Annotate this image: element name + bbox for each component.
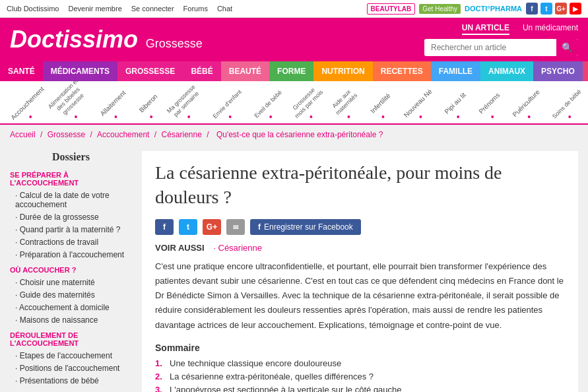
list-item: La césarienne extra-péritonéale, quelles…: [155, 372, 565, 381]
googleplus-icon[interactable]: G+: [555, 3, 567, 15]
nav-famille[interactable]: FAMILLE: [431, 61, 480, 81]
gethealthy-brand: Get Healthy: [419, 4, 461, 14]
sub-navigation: Accouchement• Alimentation etdes bibeles…: [0, 81, 588, 125]
tab-medicament[interactable]: Un médicament: [523, 23, 578, 35]
logo[interactable]: Doctissimo Grossesse: [10, 26, 203, 53]
sidebar-item-preparation[interactable]: Préparation à l'accouchement: [10, 250, 132, 259]
sub-nav-items: Accouchement• Alimentation etdes bibeles…: [7, 84, 588, 123]
breadcrumb-sep-4: /: [207, 130, 211, 139]
sommaire-link-2[interactable]: La césarienne extra-péritonéale, quelles…: [170, 372, 374, 381]
nav-psycho[interactable]: PSYCHO: [533, 61, 583, 81]
breadcrumb-sep-2: /: [90, 130, 94, 139]
breadcrumb-accueil[interactable]: Accueil: [10, 130, 36, 139]
sidebar-title: Dossiers: [10, 151, 132, 163]
nav-sante[interactable]: SANTÉ: [0, 61, 43, 81]
youtube-icon[interactable]: ▶: [570, 3, 581, 15]
subnav-pipi-au-lit[interactable]: Pipi au lit•: [441, 97, 475, 123]
subnav-biberon[interactable]: Biberon•: [134, 97, 168, 123]
logo-subtitle: Grossesse: [146, 37, 203, 50]
share-googleplus-button[interactable]: G+: [203, 219, 221, 235]
breadcrumb-current: Qu'est-ce que la césarienne extra-périto…: [216, 130, 383, 139]
nav-grossesse[interactable]: GROSSESSE: [117, 61, 183, 81]
subnav-alimentation[interactable]: Alimentation etdes bibelesgrossesse•: [54, 84, 98, 123]
voir-aussi-cesarienne-link[interactable]: · Césarienne: [213, 243, 262, 253]
nav-beaute[interactable]: BEAUTÉ: [221, 61, 269, 81]
list-item: Une technique classique encore douloureu…: [155, 358, 565, 368]
nav-animaux[interactable]: ANIMAUX: [480, 61, 533, 81]
beautylab-brand: BEAUTYLAB: [367, 3, 416, 15]
sommaire-link-3[interactable]: L'aponévrose est sectionnée à la vertica…: [170, 385, 402, 392]
search-input[interactable]: [424, 40, 556, 55]
social-icons: f t G+ ▶: [526, 3, 581, 15]
sidebar-item-contractions[interactable]: Contractions de travail: [10, 238, 132, 247]
sidebar-item-presentations[interactable]: Présentations de bébé: [10, 376, 132, 385]
club-doctissimo-link[interactable]: Club Doctissimo: [7, 5, 59, 13]
nav-bebe[interactable]: BÉBÉ: [183, 61, 220, 81]
breadcrumb-sep-1: /: [40, 130, 45, 139]
sidebar-item-calcul[interactable]: Calcul de la date de votre accouchement: [10, 191, 132, 209]
breadcrumb-sep-3: /: [154, 130, 159, 139]
voir-aussi-label: VOIR AUSSI: [155, 243, 205, 253]
sidebar-section-deroulement: DÉROULEMENT DE L'ACCOUCHEMENT: [10, 331, 132, 347]
list-item: L'aponévrose est sectionnée à la vertica…: [155, 385, 565, 392]
tab-article[interactable]: UN ARTICLE: [462, 23, 509, 35]
sommaire-link-1[interactable]: Une technique classique encore douloureu…: [170, 358, 341, 368]
twitter-icon[interactable]: t: [540, 3, 552, 15]
breadcrumb-cesarienne[interactable]: Césarienne: [161, 130, 201, 139]
nav-sexo[interactable]: SEXO: [583, 61, 588, 81]
devenir-membre-link[interactable]: Devenir membre: [68, 5, 121, 13]
share-twitter-button[interactable]: t: [179, 219, 197, 235]
subnav-soins-bebe[interactable]: Soins de bébé•: [548, 98, 588, 124]
article-title: La césarienne extra-péritonéale, pour mo…: [155, 161, 565, 209]
nav-nutrition[interactable]: NUTRITION: [313, 61, 372, 81]
breadcrumb: Accueil / Grossesse / Accouchement / Cés…: [0, 125, 588, 145]
breadcrumb-grossesse[interactable]: Grossesse: [48, 130, 85, 139]
sidebar-item-maisons-naissance[interactable]: Maisons de naissance: [10, 315, 132, 325]
fb-save-button[interactable]: Enregistrer sur Facebook: [250, 219, 361, 235]
main-navigation: SANTÉ MÉDICAMENTS GROSSESSE BÉBÉ BEAUTÉ …: [0, 61, 588, 81]
sidebar: Dossiers SE PRÉPARER À L'ACCOUCHEMENT Ca…: [10, 151, 132, 392]
search-button[interactable]: 🔍: [556, 39, 578, 56]
subnav-accouchement[interactable]: Accouchement•: [7, 97, 54, 123]
facebook-icon[interactable]: f: [526, 3, 538, 15]
sidebar-item-positions[interactable]: Positions de l'accouchement: [10, 364, 132, 373]
nav-forme[interactable]: FORME: [269, 61, 313, 81]
subnav-infertilite[interactable]: Infertilité•: [366, 97, 401, 123]
subnav-prenoms[interactable]: Prénoms•: [475, 97, 509, 123]
sidebar-item-etapes[interactable]: Etapes de l'accouchement: [10, 351, 132, 360]
subnav-ma-grossesse[interactable]: Ma grossessepar semaine•: [168, 91, 209, 124]
search-bar: 🔍: [424, 39, 578, 56]
breadcrumb-accouchement[interactable]: Accouchement: [97, 130, 149, 139]
nav-medicaments[interactable]: MÉDICAMENTS: [43, 61, 117, 81]
main-article: La césarienne extra-péritonéale, pour mo…: [142, 151, 578, 392]
voir-aussi: VOIR AUSSI · Césarienne: [155, 243, 565, 253]
share-mail-button[interactable]: ✉: [226, 219, 245, 235]
forums-link[interactable]: Forums: [183, 5, 208, 13]
logo-name: Doctissimo: [10, 26, 138, 53]
chat-link[interactable]: Chat: [217, 5, 232, 13]
subnav-eveil-bebe[interactable]: Eveil de bébé•: [251, 98, 291, 124]
top-navigation: Club Doctissimo Devenir membre Se connec…: [0, 0, 588, 18]
logo-right: UN ARTICLE Un médicament 🔍: [424, 23, 578, 56]
sidebar-section-preparer: SE PRÉPARER À L'ACCOUCHEMENT: [10, 171, 132, 187]
logo-bar: Doctissimo Grossesse UN ARTICLE Un médic…: [0, 18, 588, 61]
subnav-nouveau-ne[interactable]: Nouveau Né•: [401, 97, 441, 123]
sidebar-item-duree[interactable]: Durée de la grossesse: [10, 212, 132, 222]
share-facebook-button[interactable]: f: [155, 219, 174, 235]
sidebar-item-quand-partir[interactable]: Quand partir à la maternité ?: [10, 225, 132, 234]
sidebar-item-guide-maternites[interactable]: Guide des maternités: [10, 290, 132, 300]
fb-save-label: Enregistrer sur Facebook: [264, 222, 353, 232]
sidebar-item-domicile[interactable]: Accouchement à domicile: [10, 303, 132, 312]
content-area: Dossiers SE PRÉPARER À L'ACCOUCHEMENT Ca…: [0, 145, 588, 392]
nav-recettes[interactable]: RECETTES: [373, 61, 431, 81]
sidebar-item-choisir-maternite[interactable]: Choisir une maternité: [10, 278, 132, 287]
subnav-maternites[interactable]: Aide auxmaternités•: [332, 91, 366, 124]
sidebar-section-ou-accoucher: OÙ ACCOUCHER ?: [10, 266, 132, 274]
subnav-envie-enfant[interactable]: Envie d'enfant•: [209, 98, 251, 124]
subnav-allaitement[interactable]: Allaitement•: [98, 97, 134, 123]
article-tabs: UN ARTICLE Un médicament: [462, 23, 578, 35]
subnav-puericulture[interactable]: Puériculture•: [509, 97, 548, 123]
subnav-grossesse-mois[interactable]: Grossessemois par mois•: [291, 91, 332, 124]
se-connecter-link[interactable]: Se connecter: [131, 5, 174, 13]
sommaire-list: Une technique classique encore douloureu…: [155, 358, 565, 392]
